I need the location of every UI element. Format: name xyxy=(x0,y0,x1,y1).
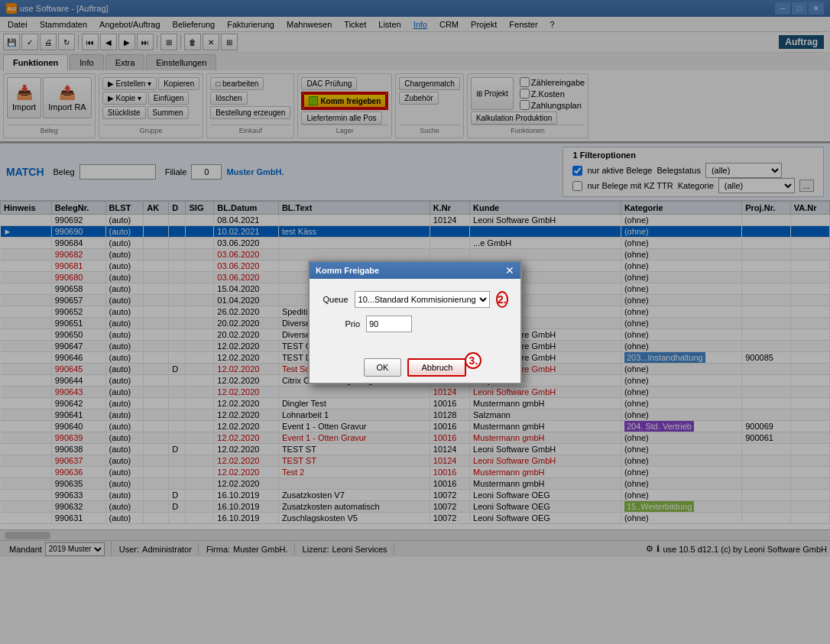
dialog-footer: OK Abbruch 3. xyxy=(310,352,520,383)
dialog-title: Komm Freigabe xyxy=(316,266,379,275)
dialog-overlay: Komm Freigabe ✕ Queue 10...Standard Komm… xyxy=(0,0,830,644)
dialog-cancel-wrapper: Abbruch 3. xyxy=(407,358,466,377)
dialog-body: Queue 10...Standard Kommisionierung 2. P… xyxy=(310,279,520,352)
dialog-cancel-number: 3. xyxy=(465,352,481,369)
dialog-queue-select[interactable]: 10...Standard Kommisionierung xyxy=(355,291,490,308)
dialog-ok-button[interactable]: OK xyxy=(364,358,402,377)
dialog-queue-label: Queue xyxy=(322,295,349,304)
dialog-queue-row: Queue 10...Standard Kommisionierung 2. xyxy=(322,291,508,308)
dialog-cancel-button[interactable]: Abbruch xyxy=(407,358,466,377)
dialog-prio-label: Prio xyxy=(322,319,360,328)
dialog-title-bar: Komm Freigabe ✕ xyxy=(310,262,520,279)
dialog-prio-input[interactable] xyxy=(366,316,412,332)
dialog-prio-row: Prio xyxy=(322,316,508,332)
dialog-close-button[interactable]: ✕ xyxy=(505,265,514,276)
dialog-queue-number: 2. xyxy=(496,291,508,308)
komm-freigabe-dialog: Komm Freigabe ✕ Queue 10...Standard Komm… xyxy=(308,261,522,384)
